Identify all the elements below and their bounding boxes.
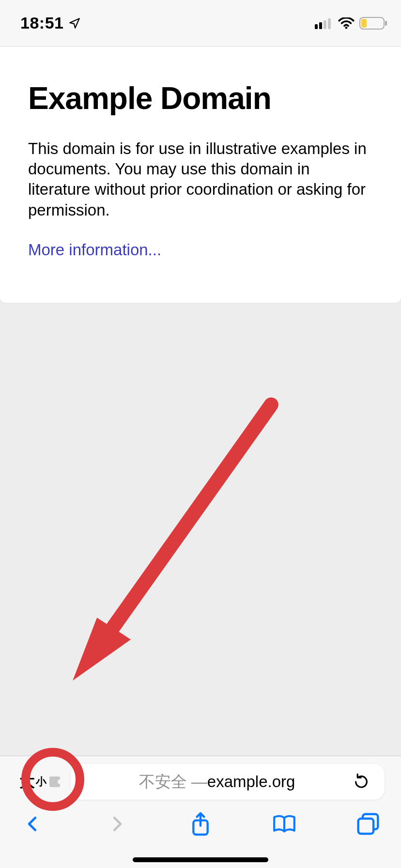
location-icon xyxy=(68,17,81,30)
aa-big-glyph: 大 xyxy=(19,771,35,792)
back-button[interactable] xyxy=(18,809,47,838)
page-settings-aa-button[interactable]: 大 小 xyxy=(16,764,63,800)
tabs-icon xyxy=(356,812,380,836)
extensions-icon xyxy=(49,776,60,787)
tabs-button[interactable] xyxy=(354,809,383,838)
chevron-right-icon xyxy=(108,812,126,836)
svg-rect-6 xyxy=(385,21,387,26)
insecure-label: 不安全 — xyxy=(139,771,207,793)
battery-icon xyxy=(359,17,387,30)
svg-rect-2 xyxy=(324,20,326,29)
forward-button xyxy=(102,809,131,838)
svg-point-4 xyxy=(345,26,348,29)
svg-marker-9 xyxy=(73,618,131,681)
url-bar-row: 大 小 不安全 — example.org xyxy=(0,756,401,800)
page-paragraph: This domain is for use in illustrative e… xyxy=(28,139,373,220)
chevron-left-icon xyxy=(24,812,42,836)
url-host: example.org xyxy=(207,773,295,791)
page-body: Example Domain This domain is for use in… xyxy=(0,46,401,303)
svg-line-8 xyxy=(99,404,271,647)
address-text: 不安全 — example.org xyxy=(139,771,295,793)
book-icon xyxy=(272,813,297,835)
svg-rect-13 xyxy=(358,819,373,834)
svg-rect-7 xyxy=(361,19,367,28)
svg-rect-0 xyxy=(315,24,318,29)
more-information-link[interactable]: More information... xyxy=(28,241,161,259)
svg-rect-3 xyxy=(328,18,331,29)
status-time: 18:51 xyxy=(20,14,63,32)
aa-small-glyph: 小 xyxy=(36,775,46,789)
bottom-toolbar xyxy=(0,800,401,838)
wifi-icon xyxy=(338,17,355,29)
bookmarks-button[interactable] xyxy=(270,809,299,838)
cellular-signal-icon xyxy=(315,17,333,29)
home-indicator[interactable] xyxy=(133,857,268,862)
svg-rect-1 xyxy=(319,22,322,29)
reload-button[interactable] xyxy=(351,771,372,792)
status-right xyxy=(315,17,387,30)
address-bar[interactable]: 不安全 — example.org xyxy=(71,764,385,800)
status-bar: 18:51 xyxy=(0,0,401,46)
share-button[interactable] xyxy=(186,809,215,838)
page-title: Example Domain xyxy=(28,80,373,116)
status-left: 18:51 xyxy=(20,14,81,32)
reload-icon xyxy=(353,774,370,790)
page-content-area[interactable]: Example Domain This domain is for use in… xyxy=(0,46,401,756)
share-icon xyxy=(190,811,211,837)
browser-bottom-chrome: 大 小 不安全 — example.org xyxy=(0,756,401,868)
